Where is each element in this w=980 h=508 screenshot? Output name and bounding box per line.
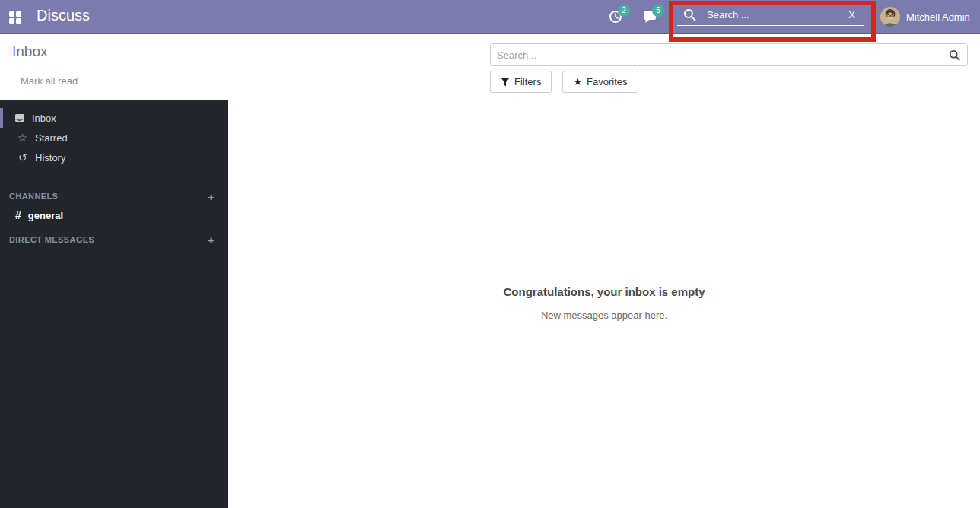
dm-section-header: DIRECT MESSAGES + — [0, 230, 228, 249]
systray-search-input[interactable] — [707, 9, 848, 21]
channels-header-label: CHANNELS — [9, 192, 58, 201]
inbox-thread-pane: Congratulations, your inbox is empty New… — [228, 100, 980, 508]
sidebar-item-label: History — [35, 152, 65, 164]
discuss-sidebar: Inbox ☆ Starred ↺ History CHANNELS + # g… — [0, 100, 228, 508]
content-area: Inbox ☆ Starred ↺ History CHANNELS + # g… — [0, 100, 980, 508]
sidebar-item-label: Starred — [35, 132, 68, 144]
systray-search: X — [677, 5, 864, 26]
search-input-wrapper — [490, 43, 968, 66]
messages-badge: 5 — [652, 5, 664, 17]
add-dm-button[interactable]: + — [208, 233, 215, 246]
filters-button[interactable]: Filters — [490, 71, 552, 93]
close-search-icon[interactable]: X — [848, 9, 855, 21]
channel-label: general — [28, 210, 63, 221]
search-input[interactable] — [491, 44, 967, 65]
inbox-icon — [14, 113, 25, 123]
app-title[interactable]: Discuss — [37, 7, 90, 24]
hash-icon: # — [15, 209, 21, 221]
favorites-button[interactable]: ★ Favorites — [562, 71, 638, 93]
sidebar-item-label: Inbox — [32, 113, 56, 124]
messages-menu-button[interactable]: 5 — [643, 7, 666, 28]
sidebar-item-history[interactable]: ↺ History — [0, 148, 228, 167]
mark-all-read-button[interactable]: Mark all read — [21, 75, 78, 87]
breadcrumb: Inbox — [12, 43, 47, 60]
filter-icon — [501, 78, 510, 87]
empty-state-subtitle: New messages appear here. — [228, 310, 980, 321]
history-icon: ↺ — [17, 152, 28, 163]
sidebar-item-starred[interactable]: ☆ Starred — [0, 128, 228, 148]
control-panel: Inbox Mark all read Filters ★ Favorites — [0, 34, 980, 100]
sidebar-item-general[interactable]: # general — [0, 205, 228, 225]
star-outline-icon: ☆ — [17, 132, 28, 143]
add-channel-button[interactable]: + — [208, 190, 215, 203]
user-menu[interactable]: Mitchell Admin — [880, 7, 970, 27]
activity-menu-button[interactable]: 2 — [609, 7, 632, 28]
filters-label: Filters — [514, 76, 541, 87]
search-icon — [683, 8, 696, 21]
favorites-label: Favorites — [587, 76, 627, 87]
channels-section-header: CHANNELS + — [0, 187, 228, 205]
apps-menu-button[interactable] — [6, 10, 24, 24]
activity-badge: 2 — [618, 5, 630, 17]
user-name: Mitchell Admin — [906, 11, 970, 23]
sidebar-item-inbox[interactable]: Inbox — [0, 108, 228, 128]
star-icon: ★ — [573, 76, 582, 87]
apps-grid-icon — [9, 11, 21, 24]
top-navbar: Discuss 2 5 X — [0, 0, 980, 34]
search-icon[interactable] — [949, 49, 960, 61]
empty-state-title: Congratulations, your inbox is empty — [228, 285, 980, 298]
dm-header-label: DIRECT MESSAGES — [9, 235, 94, 244]
avatar — [880, 7, 900, 27]
